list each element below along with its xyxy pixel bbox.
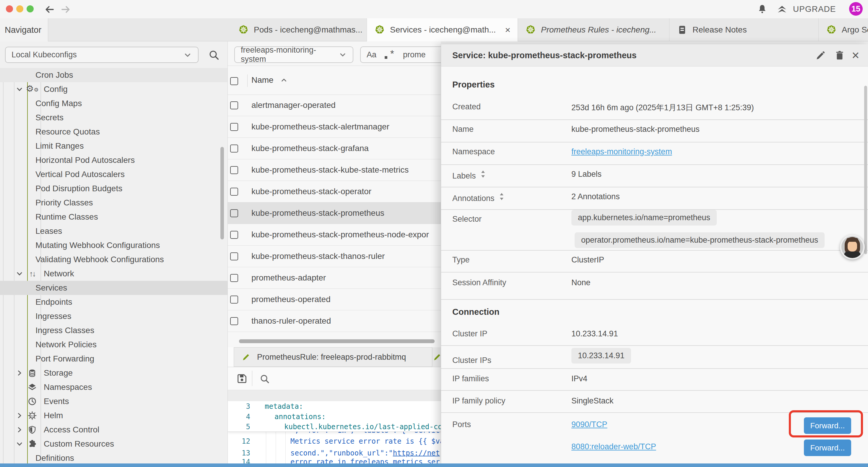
sidebar-item-storage[interactable]: Storage [0, 366, 227, 380]
tab-release-notes[interactable]: Release Notes [670, 18, 819, 41]
upgrade-chevrons-icon[interactable] [776, 3, 788, 16]
sidebar-item-resource-quotas[interactable]: Resource Quotas [0, 125, 227, 139]
close-tab-icon[interactable]: × [505, 25, 510, 35]
row-checkbox[interactable] [230, 296, 238, 303]
regex-toggle[interactable]: * [384, 50, 394, 60]
namespace-link[interactable]: freeleaps-monitoring-system [571, 147, 672, 156]
sidebar-item-validating-webhook-configurations[interactable]: Validating Webhook Configurations [0, 253, 227, 267]
expand-collapse-icon[interactable] [480, 170, 486, 178]
back-icon[interactable] [44, 4, 55, 15]
sidebar-scrollbar[interactable] [220, 147, 224, 239]
row-checkbox[interactable] [230, 317, 238, 325]
tab-prometheus-rules[interactable]: Prometheus Rules - icecheng... [518, 18, 670, 41]
chevron-down-icon[interactable] [16, 269, 24, 278]
chevron-right-icon[interactable] [16, 426, 24, 434]
sidebar-item-priority-classes[interactable]: Priority Classes [0, 196, 227, 210]
row-checkbox[interactable] [230, 145, 238, 152]
sidebar-item-limit-ranges[interactable]: Limit Ranges [0, 139, 227, 153]
match-case-toggle[interactable]: Aa [367, 50, 376, 59]
table-row[interactable]: kube-prometheus-stack-prometheus [228, 202, 441, 224]
kubeconfig-source-select[interactable]: Local Kubeconfigs [5, 47, 198, 63]
chevron-right-icon[interactable] [16, 411, 24, 420]
editor-search-icon[interactable] [259, 373, 270, 384]
row-checkbox[interactable] [230, 188, 238, 196]
yaml-editor[interactable]: ", "for": "1m", "labels": { "service": "… [228, 401, 441, 463]
sidebar-item-ingress-classes[interactable]: Ingress Classes [0, 323, 227, 338]
table-row[interactable]: kube-prometheus-stack-grafana [228, 138, 441, 159]
sidebar-item-events[interactable]: Events [0, 394, 227, 408]
table-row[interactable]: kube-prometheus-stack-operator [228, 181, 441, 202]
row-checkbox[interactable] [230, 209, 238, 217]
sidebar-item-network[interactable]: ↑↓Network [0, 267, 227, 281]
table-row[interactable]: prometheus-adapter [228, 267, 441, 289]
expand-collapse-icon[interactable] [499, 192, 505, 201]
table-row[interactable]: thanos-ruler-operated [228, 310, 441, 332]
row-checkbox[interactable] [230, 123, 238, 131]
table-row[interactable]: alertmanager-operated [228, 95, 441, 116]
filter-input[interactable]: Aa * prome [360, 47, 441, 63]
sidebar-item-custom-resources[interactable]: Custom Resources [0, 437, 227, 451]
labels-value[interactable]: 9 Labels [571, 170, 601, 179]
annotations-value[interactable]: 2 Annotations [571, 192, 620, 201]
table-row[interactable]: kube-prometheus-stack-prometheus-node-ex… [228, 224, 441, 245]
table-row[interactable]: kube-prometheus-stack-thanos-ruler [228, 245, 441, 267]
sidebar-item-vertical-pod-autoscalers[interactable]: Vertical Pod Autoscalers [0, 167, 227, 181]
sidebar-item-helm[interactable]: HELMHelm [0, 408, 227, 423]
port-link[interactable]: 8080:reloader-web/TCP [571, 442, 656, 451]
chevron-down-icon[interactable] [16, 85, 24, 93]
sidebar-item-pod-disruption-budgets[interactable]: Pod Disruption Budgets [0, 181, 227, 196]
sidebar-item-config[interactable]: ⚙⚙Config [0, 82, 227, 96]
horizontal-scrollbar[interactable] [239, 339, 435, 343]
upgrade-label[interactable]: UPGRADE [793, 0, 836, 18]
save-icon[interactable] [236, 373, 248, 384]
sidebar-item-services[interactable]: Services [0, 281, 227, 295]
minimize-window-button[interactable] [16, 5, 23, 12]
name-column-header[interactable]: Name [251, 76, 274, 85]
select-all-checkbox[interactable] [230, 77, 238, 85]
forward-button[interactable]: Forward... [804, 439, 851, 456]
sidebar-item-runtime-classes[interactable]: Runtime Classes [0, 210, 227, 224]
row-checkbox[interactable] [230, 231, 238, 239]
sidebar-item-horizontal-pod-autoscalers[interactable]: Horizontal Pod Autoscalers [0, 153, 227, 167]
zoom-window-button[interactable] [27, 5, 34, 12]
chevron-right-icon[interactable] [16, 369, 24, 377]
drawer-scrollbar[interactable] [864, 86, 867, 254]
editor-tab-prometheusrule[interactable]: PrometheusRule: freeleaps-prod-rabbitmq [234, 347, 432, 367]
trash-icon[interactable] [834, 50, 845, 61]
tab-pods[interactable]: Pods - icecheng@mathmas... [231, 18, 367, 41]
close-window-button[interactable] [6, 5, 13, 12]
row-checkbox[interactable] [230, 166, 238, 174]
notification-count-badge[interactable]: 15 [849, 2, 863, 16]
tab-services[interactable]: Services - icecheng@math... × [367, 18, 518, 41]
sidebar-item-network-policies[interactable]: Network Policies [0, 338, 227, 352]
sidebar-item-cron-jobs[interactable]: Cron Jobs [0, 68, 227, 82]
sidebar-item-endpoints[interactable]: Endpoints [0, 295, 227, 309]
table-row[interactable]: kube-prometheus-stack-alertmanager [228, 116, 441, 138]
code-link[interactable]: https://net [393, 449, 440, 457]
sidebar-item-namespaces[interactable]: Namespaces [0, 380, 227, 394]
sidebar-item-mutating-webhook-configurations[interactable]: Mutating Webhook Configurations [0, 238, 227, 253]
tab-argo[interactable]: Argo Se [819, 18, 868, 41]
sort-ascending-icon[interactable] [280, 76, 288, 84]
edit-pencil-icon[interactable] [815, 50, 826, 61]
tab-navigator[interactable]: Navigator [0, 18, 48, 41]
row-checkbox[interactable] [230, 101, 238, 109]
search-icon[interactable] [208, 49, 220, 61]
sidebar-item-port-forwarding[interactable]: Port Forwarding [0, 352, 227, 366]
sidebar-item-access-control[interactable]: Access Control [0, 423, 227, 437]
row-checkbox[interactable] [230, 274, 238, 282]
namespace-select[interactable]: freeleaps-monitoring-system [234, 47, 353, 63]
sidebar-item-definitions[interactable]: Definitions [0, 451, 227, 463]
chevron-down-icon[interactable] [16, 440, 24, 448]
editor-tab-partial[interactable] [433, 347, 441, 367]
sidebar-item-secrets[interactable]: Secrets [0, 111, 227, 125]
table-row[interactable]: kube-prometheus-stack-kube-state-metrics [228, 159, 441, 181]
port-link[interactable]: 9090/TCP [571, 420, 608, 429]
notifications-bell-icon[interactable] [757, 4, 768, 14]
close-icon[interactable]: × [852, 47, 860, 64]
sidebar-item-config-maps[interactable]: Config Maps [0, 96, 227, 111]
table-row[interactable]: prometheus-operated [228, 289, 441, 310]
sidebar-item-ingresses[interactable]: Ingresses [0, 309, 227, 323]
sidebar-item-leases[interactable]: Leases [0, 224, 227, 238]
avatar[interactable] [840, 235, 865, 260]
